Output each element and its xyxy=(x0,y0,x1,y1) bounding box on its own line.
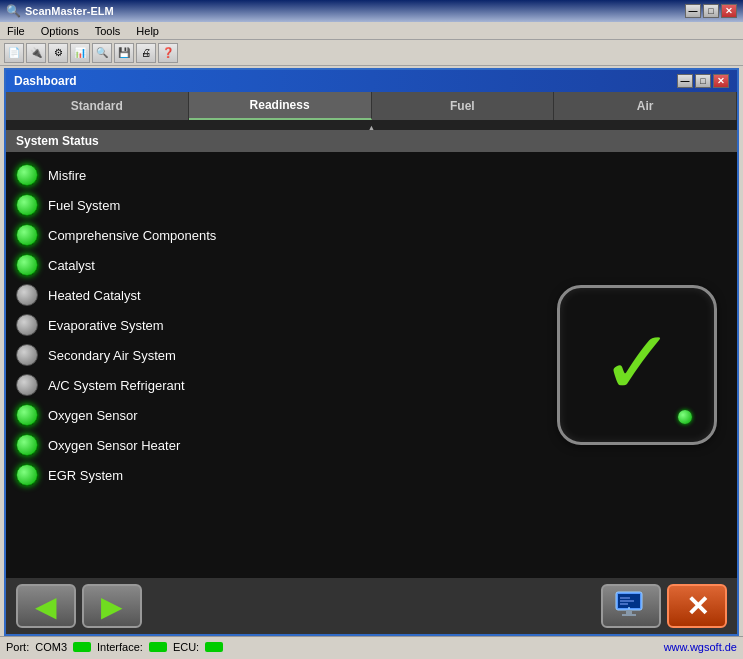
status-bar-left: Port: COM3 Interface: ECU: xyxy=(6,641,223,653)
title-bar-buttons: — □ ✕ xyxy=(685,4,737,18)
main-close-button[interactable]: ✕ xyxy=(721,4,737,18)
dash-window-buttons: — □ ✕ xyxy=(677,74,729,88)
nav-buttons: ◀ ▶ xyxy=(16,584,142,628)
interface-label: Interface: xyxy=(97,641,143,653)
tab-readiness[interactable]: Readiness xyxy=(189,92,372,120)
bottom-bar: ◀ ▶ xyxy=(6,578,737,634)
indicator-evaporative xyxy=(16,314,38,336)
main-title-bar: 🔍 ScanMaster-ELM — □ ✕ xyxy=(0,0,743,22)
svg-rect-3 xyxy=(622,614,636,616)
list-item: Fuel System xyxy=(16,192,727,218)
label-comprehensive: Comprehensive Components xyxy=(48,228,216,243)
indicator-o2-heater xyxy=(16,434,38,456)
menu-options[interactable]: Options xyxy=(38,25,82,37)
indicator-heated-catalyst xyxy=(16,284,38,306)
main-minimize-button[interactable]: — xyxy=(685,4,701,18)
app-title: ScanMaster-ELM xyxy=(25,5,114,17)
indicator-o2-sensor xyxy=(16,404,38,426)
toolbar-btn-7[interactable]: 🖨 xyxy=(136,43,156,63)
monitor-icon xyxy=(612,587,650,625)
checkmark-symbol: ✓ xyxy=(600,318,675,408)
dashboard-title: Dashboard xyxy=(14,74,77,88)
dashboard-window: Dashboard — □ ✕ Standard Readiness Fuel … xyxy=(4,68,739,636)
tab-standard[interactable]: Standard xyxy=(6,92,189,120)
ecu-label: ECU: xyxy=(173,641,199,653)
dash-minimize-button[interactable]: — xyxy=(677,74,693,88)
indicator-ac-system xyxy=(16,374,38,396)
interface-indicator xyxy=(149,642,167,652)
label-ac-system: A/C System Refrigerant xyxy=(48,378,185,393)
checkmark-inner: ✓ xyxy=(560,288,714,442)
website: www.wgsoft.de xyxy=(664,641,737,653)
toolbar-btn-1[interactable]: 📄 xyxy=(4,43,24,63)
menu-file[interactable]: File xyxy=(4,25,28,37)
content-area: Misfire Fuel System Comprehensive Compon… xyxy=(6,152,737,634)
status-bar-right: www.wgsoft.de xyxy=(664,641,737,653)
tab-air[interactable]: Air xyxy=(554,92,737,120)
toolbar-btn-4[interactable]: 📊 xyxy=(70,43,90,63)
tab-indicator: ▲ xyxy=(6,120,737,130)
menu-help[interactable]: Help xyxy=(133,25,162,37)
label-misfire: Misfire xyxy=(48,168,86,183)
list-item: Misfire xyxy=(16,162,727,188)
tab-fuel[interactable]: Fuel xyxy=(372,92,555,120)
indicator-egr xyxy=(16,464,38,486)
indicator-fuel-system xyxy=(16,194,38,216)
system-status-label: System Status xyxy=(16,134,99,148)
action-buttons: ✕ xyxy=(601,584,727,628)
status-bar: Port: COM3 Interface: ECU: www.wgsoft.de xyxy=(0,636,743,656)
checkmark-dot xyxy=(678,410,692,424)
ecu-indicator xyxy=(205,642,223,652)
back-icon: ◀ xyxy=(35,590,57,623)
system-status-bar: System Status xyxy=(6,130,737,152)
exit-button[interactable]: ✕ xyxy=(667,584,727,628)
main-maximize-button[interactable]: □ xyxy=(703,4,719,18)
dashboard-title-bar: Dashboard — □ ✕ xyxy=(6,70,737,92)
label-evaporative: Evaporative System xyxy=(48,318,164,333)
title-bar-left: 🔍 ScanMaster-ELM xyxy=(6,4,114,18)
indicator-misfire xyxy=(16,164,38,186)
list-item: Catalyst xyxy=(16,252,727,278)
app-icon: 🔍 xyxy=(6,4,21,18)
indicator-secondary-air xyxy=(16,344,38,366)
forward-icon: ▶ xyxy=(101,590,123,623)
list-item: Comprehensive Components xyxy=(16,222,727,248)
status-content: Misfire Fuel System Comprehensive Compon… xyxy=(6,152,737,578)
menu-bar: File Options Tools Help xyxy=(0,22,743,40)
back-button[interactable]: ◀ xyxy=(16,584,76,628)
exit-icon: ✕ xyxy=(686,590,709,623)
dash-close-button[interactable]: ✕ xyxy=(713,74,729,88)
label-fuel-system: Fuel System xyxy=(48,198,120,213)
tab-bar: Standard Readiness Fuel Air xyxy=(6,92,737,120)
toolbar-btn-3[interactable]: ⚙ xyxy=(48,43,68,63)
label-catalyst: Catalyst xyxy=(48,258,95,273)
port-value: COM3 xyxy=(35,641,67,653)
forward-button[interactable]: ▶ xyxy=(82,584,142,628)
checkmark-box: ✓ xyxy=(557,285,717,445)
indicator-comprehensive xyxy=(16,224,38,246)
label-heated-catalyst: Heated Catalyst xyxy=(48,288,141,303)
toolbar-btn-6[interactable]: 💾 xyxy=(114,43,134,63)
label-egr: EGR System xyxy=(48,468,123,483)
label-o2-sensor: Oxygen Sensor xyxy=(48,408,138,423)
indicator-catalyst xyxy=(16,254,38,276)
toolbar-btn-5[interactable]: 🔍 xyxy=(92,43,112,63)
monitor-button[interactable] xyxy=(601,584,661,628)
dash-maximize-button[interactable]: □ xyxy=(695,74,711,88)
toolbar: 📄 🔌 ⚙ 📊 🔍 💾 🖨 ❓ xyxy=(0,40,743,66)
label-o2-heater: Oxygen Sensor Heater xyxy=(48,438,180,453)
port-indicator xyxy=(73,642,91,652)
toolbar-btn-2[interactable]: 🔌 xyxy=(26,43,46,63)
toolbar-btn-8[interactable]: ❓ xyxy=(158,43,178,63)
label-secondary-air: Secondary Air System xyxy=(48,348,176,363)
list-item: EGR System xyxy=(16,462,727,488)
svg-point-4 xyxy=(628,607,630,609)
port-label: Port: xyxy=(6,641,29,653)
menu-tools[interactable]: Tools xyxy=(92,25,124,37)
